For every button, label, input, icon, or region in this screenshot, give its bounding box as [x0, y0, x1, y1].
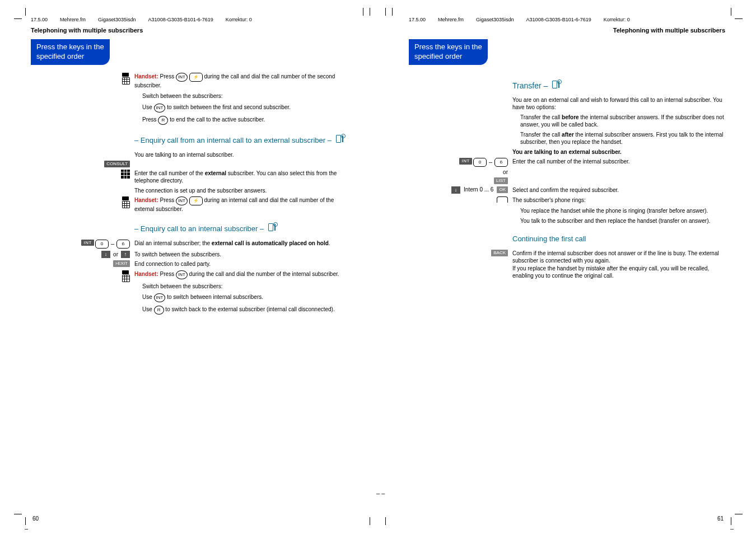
text: Confirm if the internal subscriber does … — [512, 250, 725, 280]
ok-softkey: OK — [497, 186, 508, 193]
int-key-icon: INT — [176, 73, 188, 82]
section-title-right: Telephoning with multiple subscribers — [409, 27, 725, 34]
text: Select and confirm the required subscrib… — [512, 186, 725, 194]
handset-label: Handset: — [134, 73, 158, 79]
r-key-icon: R — [154, 306, 164, 315]
r-key-icon: R — [158, 116, 168, 125]
or-text: or — [503, 169, 508, 175]
hdr-doc: A31008-G3035-B101-6-7619 — [148, 17, 213, 22]
int-key-icon: INT — [176, 196, 188, 205]
text-block: Handset: Press INT ⚡ during the call and… — [134, 73, 347, 125]
down-arrow-key: ↓ — [101, 251, 110, 258]
heading-enquiry-ext: Enquiry call from an internal call to an… — [134, 135, 347, 146]
heading-continuing: Continuing the first call — [512, 235, 725, 244]
text: To switch between the subscribers. — [134, 251, 347, 259]
key-6: 6 — [494, 158, 508, 167]
int-key-icon: INT — [154, 104, 166, 113]
hdr-korr: Korrektur: 0 — [226, 17, 252, 22]
instruction-pill-right: Press the keys in the specified order — [409, 39, 488, 65]
text: Transfer the call before the internal su… — [512, 114, 725, 129]
header-right: 17.5.00 Mehrere.fm Gigaset3035isdn A3100… — [409, 17, 725, 22]
heading-transfer: Transfer – — [512, 81, 725, 91]
back-softkey: BACK — [491, 250, 508, 256]
base-handset-glyph — [550, 81, 559, 88]
base-handset-glyph — [266, 223, 276, 231]
text: End connection to called party. — [134, 260, 347, 268]
section-title-left: Telephoning with multiple subscribers — [31, 27, 347, 34]
pill-line1: Press the keys in the — [36, 43, 104, 51]
instruction-pill-left: Press the keys in the specified order — [31, 39, 110, 65]
list-softkey: LIST — [494, 177, 508, 184]
int-key-icon: INT — [154, 293, 166, 302]
up-arrow-key: ↑ — [121, 251, 130, 258]
recall-key-icon: ⚡ — [189, 73, 203, 82]
header-left: 17.5.00 Mehrere.fm Gigaset3035isdn A3100… — [31, 17, 347, 22]
int-softkey: INT — [459, 158, 472, 165]
exit-softkey: >EXIT — [113, 260, 130, 267]
text: The connection is set up and the subscri… — [134, 187, 347, 195]
text: Enter the call number of the internal su… — [512, 158, 725, 166]
hang-up-icon — [497, 196, 508, 203]
key-0: 0 — [473, 158, 487, 167]
or-text: or — [111, 251, 120, 258]
hdr-date: 17.5.00 — [31, 17, 48, 22]
key-0: 0 — [95, 240, 109, 249]
int-key-icon: INT — [176, 270, 188, 279]
consult-softkey: CONSULT — [104, 161, 130, 167]
page-number-right: 61 — [717, 516, 724, 522]
handset-icon — [122, 270, 130, 282]
text: Transfer the call after the internal sub… — [512, 131, 725, 146]
text: Dial an internal subscriber; the externa… — [134, 240, 347, 247]
keypad-icon — [121, 170, 130, 179]
page-number-left: 60 — [32, 516, 39, 522]
hdr-product: Gigaset3035isdn — [98, 17, 136, 22]
hdr-file: Mehrere.fm — [60, 17, 86, 22]
handset-icon — [122, 196, 130, 208]
text: You are on an external call and wish to … — [512, 96, 725, 111]
text: You are talking to an internal subscribe… — [134, 151, 347, 159]
int-softkey: INT — [81, 240, 94, 246]
handset-icon — [122, 73, 130, 85]
down-arrow-key: ↓ — [451, 186, 460, 194]
text-bold: You are talking to an external subscribe… — [512, 148, 725, 156]
base-handset-glyph — [334, 135, 343, 143]
pill-line2: specified order — [36, 52, 84, 60]
text: The subscriber's phone rings: You replac… — [512, 196, 725, 225]
key-6: 6 — [116, 240, 130, 249]
text: Enter the call number of the external su… — [134, 170, 347, 185]
text: Handset: Press INT ⚡ during an internal … — [134, 196, 347, 213]
text: Handset: Press INT during the call and d… — [134, 270, 347, 315]
recall-key-icon: ⚡ — [189, 196, 203, 205]
heading-enquiry-int: Enquiry call to an internal subscriber – — [134, 223, 347, 234]
intern-range: Intern 0 ... 6 — [461, 186, 496, 193]
